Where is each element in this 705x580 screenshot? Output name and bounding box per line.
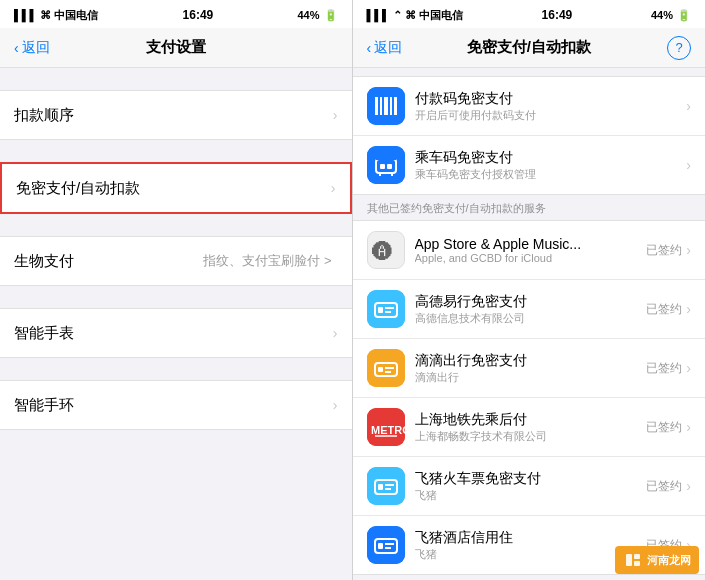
feizhu-name: 飞猪火车票免密支付 (415, 470, 647, 488)
wifi-icon: ⌘ (40, 9, 51, 22)
smartband-chevron: › (333, 397, 338, 413)
left-status-bar: ▌▌▌ ⌘ 中国电信 16:49 44% 🔋 (0, 0, 352, 28)
right-signal-icon: ▌▌▌ (367, 9, 390, 21)
right-top-services: 付款码免密支付 开启后可使用付款码支付 › (353, 76, 706, 195)
transit-pay-icon (367, 146, 405, 184)
left-chevron-icon: ‹ (14, 40, 19, 56)
svg-rect-3 (384, 97, 388, 115)
metro-status: 已签约 (646, 419, 682, 436)
right-back-button[interactable]: ‹ 返回 (367, 39, 403, 57)
right-feizhu-item[interactable]: 飞猪火车票免密支付 飞猪 已签约 › (353, 457, 706, 516)
left-panel: ▌▌▌ ⌘ 中国电信 16:49 44% 🔋 ‹ 返回 支付设置 扣款顺序 › … (0, 0, 353, 580)
feizhu2-info: 飞猪酒店信用住 飞猪 (415, 529, 647, 562)
svg-rect-1 (375, 97, 378, 115)
gaode-sub: 高德信息技术有限公司 (415, 311, 647, 326)
left-back-label: 返回 (22, 39, 50, 57)
svg-rect-10 (376, 156, 396, 160)
left-list-group-4: 智能手表 › (0, 308, 352, 358)
gaode-name: 高德易行免密支付 (415, 293, 647, 311)
svg-text:🅐: 🅐 (371, 240, 392, 263)
svg-rect-8 (380, 164, 385, 169)
barcode-pay-icon (367, 87, 405, 125)
deduct-order-chevron: › (333, 107, 338, 123)
barcode-pay-chevron: › (686, 98, 691, 114)
right-battery-icon: 🔋 (677, 9, 691, 22)
appstore-info: App Store & Apple Music... Apple, and GC… (415, 236, 647, 264)
svg-rect-17 (378, 307, 383, 313)
left-time: 16:49 (183, 8, 214, 22)
right-section-label: 其他已签约免密支付/自动扣款的服务 (353, 195, 706, 220)
svg-rect-24 (385, 371, 391, 373)
appstore-chevron: › (686, 242, 691, 258)
right-carrier: ▌▌▌ ⌃ ⌘ 中国电信 (367, 8, 463, 23)
svg-rect-31 (385, 484, 394, 486)
svg-rect-35 (378, 543, 383, 549)
feizhu-status: 已签约 (646, 478, 682, 495)
svg-rect-36 (385, 543, 394, 545)
right-carrier-label: 中国电信 (419, 8, 463, 23)
exempt-pay-chevron: › (331, 180, 336, 196)
right-transit-pay-item[interactable]: 乘车码免密支付 乘车码免密支付授权管理 › (353, 136, 706, 194)
feizhu2-name: 飞猪酒店信用住 (415, 529, 647, 547)
feizhu-sub: 飞猪 (415, 488, 647, 503)
right-location-icon: ⌃ (393, 9, 402, 22)
left-list-group-5: 智能手环 › (0, 380, 352, 430)
right-didi-item[interactable]: 滴滴出行免密支付 滴滴出行 已签约 › (353, 339, 706, 398)
metro-sub: 上海都畅数字技术有限公司 (415, 429, 647, 444)
left-item-exempt-pay[interactable]: 免密支付/自动扣款 › (2, 164, 350, 212)
left-gap-4 (0, 286, 352, 308)
right-back-label: 返回 (374, 39, 402, 57)
left-carrier: ▌▌▌ ⌘ 中国电信 (14, 8, 98, 23)
right-time: 16:49 (542, 8, 573, 22)
left-back-button[interactable]: ‹ 返回 (14, 39, 50, 57)
right-chevron-icon: ‹ (367, 40, 372, 56)
metro-info: 上海地铁先乘后付 上海都畅数字技术有限公司 (415, 411, 647, 444)
right-battery: 44% 🔋 (651, 9, 691, 22)
watermark-icon (623, 550, 643, 570)
right-barcode-pay-item[interactable]: 付款码免密支付 开启后可使用付款码支付 › (353, 77, 706, 136)
metro-icon: METRO (367, 408, 405, 446)
left-gap-5 (0, 358, 352, 380)
svg-rect-32 (385, 488, 391, 490)
left-gap-1 (0, 68, 352, 90)
gaode-info: 高德易行免密支付 高德信息技术有限公司 (415, 293, 647, 326)
left-item-bio-pay[interactable]: 生物支付 指纹、支付宝刷脸付 > (0, 237, 352, 285)
appstore-name: App Store & Apple Music... (415, 236, 647, 252)
smartwatch-chevron: › (333, 325, 338, 341)
svg-rect-5 (394, 97, 397, 115)
svg-rect-19 (385, 311, 391, 313)
feizhu-info: 飞猪火车票免密支付 飞猪 (415, 470, 647, 503)
transit-pay-name: 乘车码免密支付 (415, 149, 687, 167)
svg-rect-41 (634, 561, 640, 566)
left-item-deduct-order[interactable]: 扣款顺序 › (0, 91, 352, 139)
svg-text:METRO: METRO (371, 424, 405, 436)
battery-icon: 🔋 (324, 9, 338, 22)
battery-label: 44% (297, 9, 319, 21)
barcode-pay-name: 付款码免密支付 (415, 90, 687, 108)
feizhu2-sub: 飞猪 (415, 547, 647, 562)
right-help-button[interactable]: ? (667, 36, 691, 60)
didi-name: 滴滴出行免密支付 (415, 352, 647, 370)
metro-name: 上海地铁先乘后付 (415, 411, 647, 429)
feizhu-icon (367, 467, 405, 505)
transit-pay-sub: 乘车码免密支付授权管理 (415, 167, 687, 182)
smartband-title: 智能手环 (14, 396, 333, 415)
left-page-title: 支付设置 (146, 38, 206, 57)
left-item-smartband[interactable]: 智能手环 › (0, 381, 352, 429)
appstore-status: 已签约 (646, 242, 682, 259)
appstore-icon: 🅐 (367, 231, 405, 269)
bio-pay-value: 指纹、支付宝刷脸付 > (203, 252, 331, 270)
right-appstore-item[interactable]: 🅐 App Store & Apple Music... Apple, and … (353, 221, 706, 280)
svg-rect-40 (634, 554, 640, 559)
right-metro-item[interactable]: METRO 上海地铁先乘后付 上海都畅数字技术有限公司 已签约 › (353, 398, 706, 457)
left-list-group-2: 免密支付/自动扣款 › (0, 162, 352, 214)
right-panel: ▌▌▌ ⌃ ⌘ 中国电信 16:49 44% 🔋 ‹ 返回 免密支付/自动扣款 … (353, 0, 706, 580)
left-item-smartwatch[interactable]: 智能手表 › (0, 309, 352, 357)
right-help-label: ? (675, 40, 682, 55)
deduct-order-title: 扣款顺序 (14, 106, 333, 125)
right-gaode-item[interactable]: 高德易行免密支付 高德信息技术有限公司 已签约 › (353, 280, 706, 339)
svg-rect-4 (390, 97, 392, 115)
barcode-pay-info: 付款码免密支付 开启后可使用付款码支付 (415, 90, 687, 123)
transit-pay-chevron: › (686, 157, 691, 173)
didi-sub: 滴滴出行 (415, 370, 647, 385)
